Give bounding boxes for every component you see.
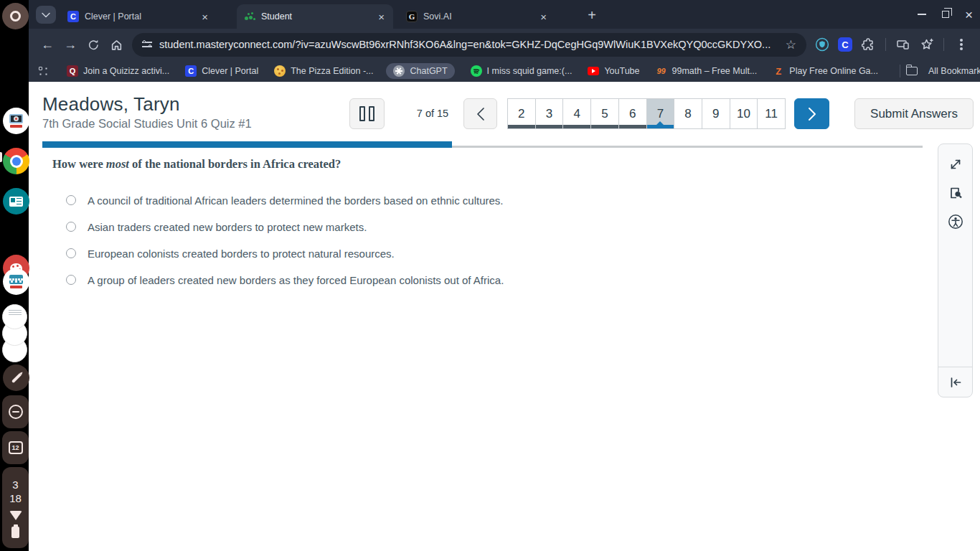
all-bookmarks-button[interactable]: All Bookmarks	[906, 66, 980, 76]
answer-options: A council of traditional African leaders…	[66, 194, 504, 301]
browser-toolbar: ← → student.masteryconnect.com/?iv=azuWs…	[29, 29, 980, 60]
page-button-5[interactable]: 5	[591, 99, 619, 128]
url-text[interactable]: student.masteryconnect.com/?iv=azuWscwBt…	[159, 39, 778, 50]
page-button-3[interactable]: 3	[536, 99, 564, 128]
expand-button[interactable]	[938, 150, 972, 179]
option-label: A council of traditional African leaders…	[88, 194, 504, 207]
calendar-tray[interactable]: 12	[2, 431, 29, 464]
home-button[interactable]	[105, 33, 128, 56]
bookmark-pizza-edition[interactable]: The Pizza Edition -...	[274, 65, 373, 77]
page-button-11[interactable]: 11	[758, 99, 785, 128]
forward-button[interactable]: →	[59, 33, 82, 56]
bookmark-spotify[interactable]: I miss squid game:(...	[471, 65, 573, 77]
page-button-10[interactable]: 10	[730, 99, 758, 128]
bookmark-star-icon[interactable]: ☆	[786, 37, 796, 52]
shelf-app-lego-education[interactable]	[3, 108, 29, 134]
submit-answers-button[interactable]: Submit Answers	[854, 98, 974, 129]
home-icon	[110, 39, 123, 51]
launcher-button[interactable]	[2, 3, 29, 29]
status-tray[interactable]: 3 18	[2, 467, 29, 548]
battery-icon	[11, 527, 19, 538]
site-settings-icon[interactable]	[142, 40, 152, 49]
close-icon[interactable]: ×	[965, 8, 973, 22]
kebab-icon	[960, 43, 963, 46]
tab-search-button[interactable]	[36, 6, 56, 24]
tab-close-icon[interactable]: ×	[377, 11, 386, 23]
quiz-progress-bar	[42, 141, 923, 148]
apps-shortcut[interactable]	[39, 67, 48, 76]
chevron-right-icon	[808, 107, 816, 121]
radio-button[interactable]	[66, 275, 76, 285]
stylus-tools-button[interactable]	[3, 364, 29, 391]
page-button-4[interactable]: 4	[563, 99, 591, 128]
question-text: How were most of the national borders in…	[52, 157, 341, 171]
devices-icon	[896, 38, 910, 51]
bookmark-label: Clever | Portal	[202, 66, 258, 76]
lego-education-icon	[9, 114, 23, 123]
option-label: European colonists created borders to pr…	[88, 248, 395, 260]
answer-option[interactable]: Asian traders created new borders to pro…	[66, 221, 504, 232]
bookmark-youtube[interactable]: YouTube	[588, 66, 639, 76]
tab-clever-portal[interactable]: C Clever | Portal ×	[60, 4, 217, 29]
extensions-button[interactable]	[857, 33, 880, 56]
answer-option[interactable]: European colonists created borders to pr…	[66, 248, 504, 259]
clever-favicon: C	[67, 11, 79, 22]
minimize-icon[interactable]	[918, 14, 926, 15]
wifi-icon	[9, 511, 22, 520]
youtube-favicon	[588, 67, 599, 75]
shelf-app-notes[interactable]	[3, 188, 29, 215]
reload-button[interactable]	[82, 33, 105, 56]
clever-extension-icon: C	[838, 37, 852, 52]
bookmark-99math[interactable]: 99 99math – Free Mult...	[656, 65, 758, 77]
bookmark-free-games[interactable]: Z Play Free Online Ga...	[773, 65, 878, 77]
answer-option[interactable]: A group of leaders created new borders a…	[66, 274, 504, 286]
bookmark-chatgpt[interactable]: ChatGPT	[386, 63, 454, 79]
previous-question-button[interactable]	[463, 98, 497, 129]
shelf-app-chrome[interactable]	[3, 148, 29, 174]
page-button-2[interactable]: 2	[508, 99, 536, 128]
notification-tray[interactable]	[2, 395, 29, 428]
clever-extension-button[interactable]: C	[834, 33, 857, 56]
devices-button[interactable]	[892, 33, 915, 56]
page-button-8[interactable]: 8	[674, 99, 702, 128]
reading-list-button[interactable]	[915, 33, 938, 56]
page-button-9[interactable]: 9	[702, 99, 730, 128]
puzzle-icon	[862, 38, 875, 51]
option-label: A group of leaders created new borders a…	[88, 274, 504, 286]
apps-grid-icon	[39, 67, 48, 76]
option-label: Asian traders created new borders to pro…	[88, 221, 367, 233]
bookmark-label: Play Free Online Ga...	[789, 66, 878, 76]
accessibility-button[interactable]	[938, 207, 972, 236]
tab-student[interactable]: Student ×	[237, 4, 393, 29]
restore-icon[interactable]	[942, 11, 949, 18]
answer-option[interactable]: A council of traditional African leaders…	[66, 194, 504, 206]
menu-button[interactable]	[950, 33, 973, 56]
tab-sovi-ai[interactable]: G Sovi.AI ×	[399, 4, 555, 29]
next-question-button[interactable]	[794, 98, 829, 129]
shelf-app-pixel-education[interactable]	[3, 268, 29, 295]
radio-button[interactable]	[66, 222, 76, 232]
new-tab-button[interactable]: +	[583, 6, 601, 24]
bookmark-clever[interactable]: C Clever | Portal	[185, 65, 258, 77]
notes-icon	[9, 197, 23, 207]
security-extension-button[interactable]	[811, 33, 834, 56]
page-button-7-active[interactable]: 7	[647, 99, 675, 128]
pause-button[interactable]	[349, 98, 385, 129]
window-stack-item[interactable]	[2, 304, 27, 329]
tab-close-icon[interactable]: ×	[200, 11, 209, 23]
tab-title: Student	[261, 11, 377, 22]
radio-button[interactable]	[66, 195, 76, 205]
quiz-title: 7th Grade Social Studies Unit 6 Quiz #1	[42, 117, 252, 131]
collapse-panel-button[interactable]	[938, 367, 972, 397]
bookmark-label: ChatGPT	[410, 66, 447, 76]
page-button-6[interactable]: 6	[619, 99, 647, 128]
toolbar-divider	[943, 38, 944, 51]
zoom-document-button[interactable]	[938, 179, 972, 207]
active-app-indicator	[0, 152, 2, 162]
address-bar[interactable]: student.masteryconnect.com/?iv=azuWscwBt…	[132, 33, 806, 57]
bookmark-quizizz[interactable]: Q Join a Quizizz activi...	[67, 65, 169, 77]
tab-close-icon[interactable]: ×	[539, 11, 548, 23]
reload-icon	[88, 39, 100, 51]
back-button[interactable]: ←	[36, 33, 59, 56]
radio-button[interactable]	[66, 248, 76, 258]
